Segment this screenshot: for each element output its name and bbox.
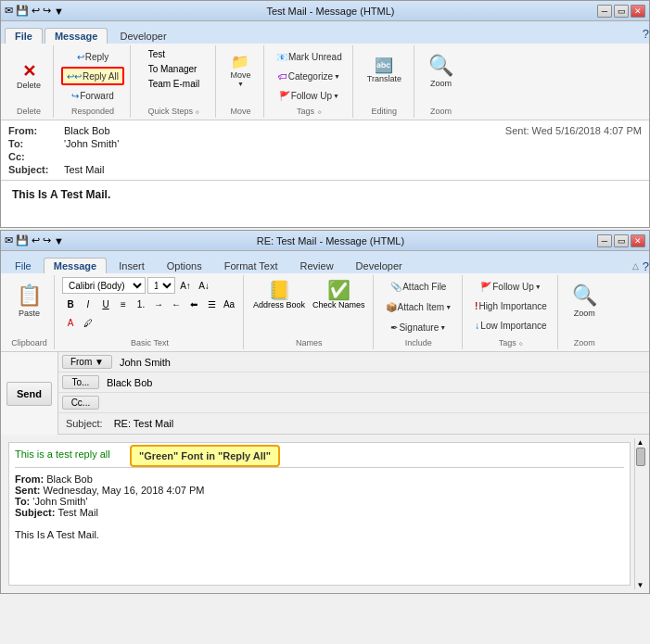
ribbon-group-delete: ✕ Delete Delete xyxy=(5,45,54,118)
move-button[interactable]: 📁 Move ▼ xyxy=(223,47,257,94)
underline-btn[interactable]: U xyxy=(97,296,114,312)
font-row-1: Calibri (Body) 11 A↑ A↓ xyxy=(62,277,237,294)
paste-button[interactable]: 📋 Paste xyxy=(10,277,48,323)
translate-button[interactable]: 🔤 Translate xyxy=(361,47,408,94)
customize-icon-2[interactable]: ▼ xyxy=(54,235,64,246)
tab-developer-1[interactable]: Developer xyxy=(109,28,176,44)
ribbon-tabs-2: File Message Insert Options Format Text … xyxy=(1,251,649,273)
scrollbar[interactable]: ▲ ▼ xyxy=(634,438,645,589)
tab-developer-2[interactable]: Developer xyxy=(346,258,413,273)
tab-file-1[interactable]: File xyxy=(5,28,43,44)
grow-font-btn[interactable]: A↑ xyxy=(177,277,194,294)
tab-message-2[interactable]: Message xyxy=(44,258,107,273)
forward-button[interactable]: ↪ Forward xyxy=(61,86,124,105)
check-names-button[interactable]: ✅ Check Names xyxy=(311,277,367,312)
bullets-btn[interactable]: ≡ xyxy=(115,296,132,312)
include-label: Include xyxy=(405,336,432,347)
tab-format-text-2[interactable]: Format Text xyxy=(214,258,288,273)
redo-icon[interactable]: ↪ xyxy=(43,5,51,17)
scrollbar-thumb[interactable] xyxy=(636,448,645,466)
qs-to-manager[interactable]: To Manager xyxy=(144,62,205,76)
font-color-btn[interactable]: A xyxy=(62,314,79,331)
ribbon-group-quicksteps: Test To Manager Team E-mail Quick Steps … xyxy=(133,45,216,118)
from-dropdown-btn[interactable]: From ▼ xyxy=(62,355,112,369)
indent-less-btn[interactable]: ← xyxy=(168,296,185,312)
restore-btn-2[interactable]: ▭ xyxy=(614,234,629,247)
mail-cc-value xyxy=(64,151,642,162)
attach-file-icon: 📎 xyxy=(390,282,401,292)
signature-button[interactable]: ✒ Signature ▼ xyxy=(381,318,457,336)
callout: "Green" Font in "Reply All" xyxy=(130,445,280,467)
customize-icon[interactable]: ▼ xyxy=(54,6,64,17)
font-size-select[interactable]: 11 xyxy=(147,277,175,294)
ribbon-group-basic-text: Calibri (Body) 11 A↑ A↓ B I U ≡ 1. xyxy=(57,275,244,349)
tab-insert-2[interactable]: Insert xyxy=(108,258,155,273)
ribbon-group-move: 📁 Move ▼ Move xyxy=(218,45,264,118)
reply-all-button[interactable]: ↩↩ Reply All xyxy=(61,67,124,85)
close-btn-1[interactable]: ✕ xyxy=(631,5,645,18)
subject-input[interactable] xyxy=(110,417,649,430)
numbering-btn[interactable]: 1. xyxy=(133,296,149,312)
respond-buttons: ↩ Reply ↩↩ Reply All ↪ Forward xyxy=(61,47,124,105)
shrink-font-btn[interactable]: A↓ xyxy=(196,277,212,294)
signature-icon: ✒ xyxy=(390,322,398,333)
scroll-down-btn[interactable]: ▼ xyxy=(635,581,645,589)
reply-button[interactable]: ↩ Reply xyxy=(61,47,124,66)
ribbon-group-zoom-2: 🔍 Zoom Zoom xyxy=(560,275,609,349)
bold-btn[interactable]: B xyxy=(62,296,79,312)
save-icon-2[interactable]: 💾 xyxy=(16,234,29,246)
tab-file-2[interactable]: File xyxy=(5,258,42,273)
align-left-btn[interactable]: ⬅ xyxy=(185,296,202,312)
undo-icon[interactable]: ↩ xyxy=(32,5,40,17)
cc-input[interactable] xyxy=(103,397,649,410)
high-importance-button[interactable]: ! High Importance xyxy=(470,297,552,315)
expand-icon-2[interactable]: △ xyxy=(632,261,639,271)
reply-body[interactable]: This is a test reply all "Green" Font in… xyxy=(8,442,631,586)
close-btn-2[interactable]: ✕ xyxy=(631,234,645,247)
quoted-text: From: Black Bob Sent: Wednesday, May 16,… xyxy=(15,467,624,540)
font-family-select[interactable]: Calibri (Body) xyxy=(62,277,146,294)
clear-format-btn[interactable]: Aa xyxy=(221,296,237,312)
minimize-btn-1[interactable]: ─ xyxy=(597,5,612,18)
undo-icon-2[interactable]: ↩ xyxy=(32,234,40,246)
align-center-btn[interactable]: ☰ xyxy=(203,296,220,312)
minimize-btn-2[interactable]: ─ xyxy=(597,234,612,247)
tab-review-2[interactable]: Review xyxy=(290,258,344,273)
mark-unread-button[interactable]: 📧 Mark Unread xyxy=(272,47,347,66)
restore-btn-1[interactable]: ▭ xyxy=(614,5,629,18)
tab-options-2[interactable]: Options xyxy=(157,258,212,273)
low-importance-button[interactable]: ↓ Low Importance xyxy=(470,316,552,335)
zoom-button-2[interactable]: 🔍 Zoom xyxy=(566,277,604,323)
tab-message-1[interactable]: Message xyxy=(45,28,108,44)
follow-up-button-2[interactable]: 🚩 Follow Up ▼ xyxy=(470,277,552,296)
indent-more-btn[interactable]: → xyxy=(150,296,167,312)
compose-cc-field: Cc... xyxy=(58,393,649,413)
highlight-btn[interactable]: 🖊 xyxy=(80,314,96,331)
delete-label: Delete xyxy=(17,105,41,116)
basic-text-controls: Calibri (Body) 11 A↑ A↓ B I U ≡ 1. xyxy=(62,277,237,331)
zoom-button-1[interactable]: 🔍 Zoom xyxy=(422,47,460,94)
address-book-button[interactable]: 📒 Address Book xyxy=(251,277,307,312)
to-input[interactable] xyxy=(103,376,649,389)
follow-up-button-1[interactable]: 🚩 Follow Up ▼ xyxy=(272,86,347,105)
qs-team-email[interactable]: Team E-mail xyxy=(144,77,205,91)
scroll-up-btn[interactable]: ▲ xyxy=(635,438,645,447)
help-icon-2[interactable]: ? xyxy=(643,259,649,273)
italic-btn[interactable]: I xyxy=(80,296,96,312)
send-button[interactable]: Send xyxy=(6,382,52,406)
qs-test[interactable]: Test xyxy=(144,47,205,61)
names-label: Names xyxy=(296,336,323,347)
help-icon-1[interactable]: ? xyxy=(643,27,649,41)
save-icon[interactable]: 💾 xyxy=(16,5,29,17)
categorize-button[interactable]: 🏷 Categorize ▼ xyxy=(272,67,347,85)
attach-file-button[interactable]: 📎 Attach File xyxy=(381,277,457,296)
mail-subject-field: Subject: Test Mail xyxy=(8,163,642,176)
to-btn[interactable]: To... xyxy=(62,375,99,389)
attach-item-button[interactable]: 📦 Attach Item ▼ xyxy=(381,297,457,316)
cc-btn[interactable]: Cc... xyxy=(62,396,99,410)
from-input[interactable] xyxy=(116,356,649,369)
delete-button[interactable]: ✕ Delete xyxy=(10,53,47,99)
redo-icon-2[interactable]: ↪ xyxy=(43,234,51,246)
quicksteps-label: Quick Steps ⬦ xyxy=(147,105,199,116)
tags-list-2: 🚩 Follow Up ▼ ! High Importance ↓ Low Im… xyxy=(470,277,552,335)
